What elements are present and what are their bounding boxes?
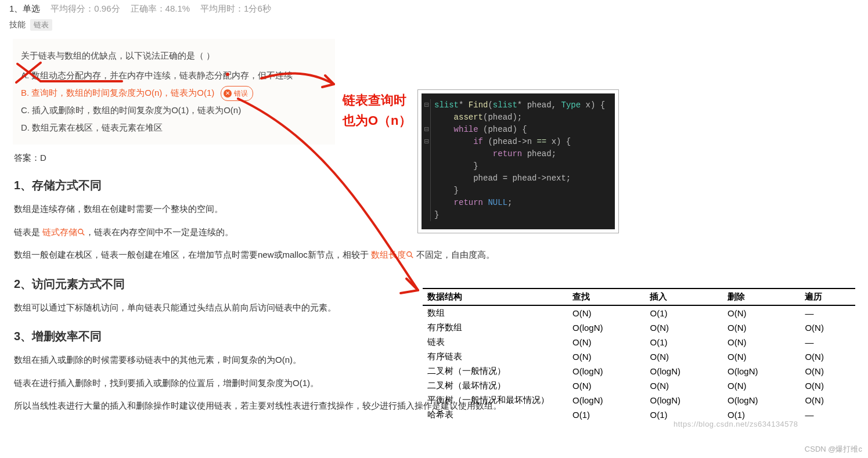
skill-tag[interactable]: 链表 [30, 19, 52, 31]
table-cell: — [800, 305, 855, 320]
text: 数组一般创建在栈区，链表一般创建在堆区，在增加节点时需要new或malloc新节… [14, 250, 371, 259]
table-cell: O(N) [568, 349, 645, 364]
table-cell: O(N) [723, 335, 800, 349]
table-cell: 有序链表 [423, 349, 568, 364]
table-row: 链表O(N)O(1)O(N)— [423, 335, 855, 349]
table-cell: O(N) [723, 320, 800, 335]
page-watermark: CSDN @爆打维c [805, 444, 862, 455]
option-b-text: B. 查询时，数组的时间复杂度为O(n)，链表为O(1) [21, 88, 214, 98]
table-cell: O(logN) [568, 364, 645, 378]
close-icon: ✕ [224, 89, 232, 98]
table-cell: O(1) [645, 305, 722, 320]
th-traverse: 遍历 [800, 288, 855, 305]
svg-line-1 [82, 233, 85, 235]
skill-row: 技能 链表 [0, 15, 868, 35]
option-a[interactable]: A. 数组动态分配内存，并在内存中连续，链表静态分配内存，但不连续 [16, 67, 327, 84]
table-cell: O(N) [568, 378, 645, 393]
table-row: 数组O(N)O(1)O(N)— [423, 305, 855, 320]
table-cell: O(logN) [645, 364, 722, 378]
question-stem: 关于链表与数组的优缺点，以下说法正确的是（ ） [16, 47, 327, 64]
table-cell: O(logN) [645, 393, 722, 407]
correct-rate: 正确率：48.1% [131, 3, 190, 15]
table-row: 二叉树（一般情况）O(logN)O(logN)O(logN)O(N) [423, 364, 855, 378]
table-cell: O(N) [568, 335, 645, 349]
th-search: 查找 [568, 288, 645, 305]
handwritten-annotation: 链表查询时 也为O（n） [343, 90, 412, 131]
option-b[interactable]: B. 查询时，数组的时间复杂度为O(n)，链表为O(1) ✕ 错误 [16, 84, 327, 102]
th-delete: 删除 [723, 288, 800, 305]
avg-time: 平均用时：1分6秒 [200, 3, 271, 15]
table-row: 有序数组O(logN)O(N)O(N)O(N) [423, 320, 855, 335]
search-icon[interactable] [406, 251, 414, 259]
code-snippet: ⊟slist* Find(slist* phead, Type x) { ass… [418, 90, 618, 233]
table-cell: O(N) [645, 378, 722, 393]
table-cell: O(N) [723, 305, 800, 320]
avg-score: 平均得分：0.96分 [51, 3, 120, 15]
table-row: 哈希表O(1)O(1)O(1)— [423, 407, 855, 422]
text: 链表是 [14, 227, 42, 237]
table-cell: — [800, 407, 855, 422]
table-cell: 数组 [423, 305, 568, 320]
table-cell: O(N) [723, 378, 800, 393]
table-cell: O(N) [800, 349, 855, 364]
table-cell: O(logN) [568, 393, 645, 407]
question-number: 1、单选 [9, 3, 40, 15]
para-storage-3: 数组一般创建在栈区，链表一般创建在堆区，在增加节点时需要new或malloc新节… [14, 247, 868, 262]
svg-point-2 [407, 252, 412, 257]
table-cell: O(logN) [568, 320, 645, 335]
table-cell: O(1) [645, 335, 722, 349]
table-cell: 有序数组 [423, 320, 568, 335]
table-cell: O(N) [568, 305, 645, 320]
table-cell: 二叉树（一般情况） [423, 364, 568, 378]
question-header: 1、单选 平均得分：0.96分 正确率：48.1% 平均用时：1分6秒 [0, 0, 868, 15]
complexity-table: 数据结构 查找 插入 删除 遍历 数组O(N)O(1)O(N)—有序数组O(lo… [423, 288, 855, 422]
table-cell: O(1) [568, 407, 645, 422]
table-row: 二叉树（最坏情况）O(N)O(N)O(N)O(N) [423, 378, 855, 393]
table-cell: O(N) [645, 320, 722, 335]
table-header-row: 数据结构 查找 插入 删除 遍历 [423, 288, 855, 305]
table-row: 平衡树（一般情况和最坏情况）O(logN)O(logN)O(logN)O(N) [423, 393, 855, 407]
table-cell: O(N) [800, 320, 855, 335]
table-cell: O(1) [723, 407, 800, 422]
annotation-line-1: 链表查询时 [343, 90, 412, 110]
table-cell: O(N) [800, 393, 855, 407]
svg-line-3 [411, 256, 413, 258]
table-cell: O(N) [723, 349, 800, 364]
table-cell: 哈希表 [423, 407, 568, 422]
table-cell: O(N) [645, 349, 722, 364]
table-cell: — [800, 335, 855, 349]
table-cell: O(1) [645, 407, 722, 422]
table-cell: 平衡树（一般情况和最坏情况） [423, 393, 568, 407]
link-chain-storage[interactable]: 链式存储 [42, 227, 77, 237]
th-structure: 数据结构 [423, 288, 568, 305]
svg-point-0 [78, 229, 83, 233]
table-cell: 链表 [423, 335, 568, 349]
table-row: 有序链表O(N)O(N)O(N)O(N) [423, 349, 855, 364]
option-d[interactable]: D. 数组元素在栈区，链表元素在堆区 [16, 119, 327, 136]
annotation-line-2: 也为O（n） [343, 110, 412, 131]
search-icon[interactable] [77, 228, 85, 236]
table-cell: O(logN) [723, 364, 800, 378]
text: ，链表在内存空间中不一定是连续的。 [85, 227, 233, 237]
table-body: 数组O(N)O(1)O(N)—有序数组O(logN)O(N)O(N)O(N)链表… [423, 305, 855, 422]
link-array-length[interactable]: 数组长度 [371, 250, 406, 259]
wrong-badge-text: 错误 [234, 86, 248, 100]
skill-label: 技能 [9, 20, 26, 30]
table-cell: 二叉树（最坏情况） [423, 378, 568, 393]
table-cell: O(N) [800, 364, 855, 378]
question-box: 关于链表与数组的优缺点，以下说法正确的是（ ） A. 数组动态分配内存，并在内存… [13, 39, 335, 145]
table-cell: O(N) [800, 378, 855, 393]
text: 不固定，自由度高。 [414, 250, 495, 259]
wrong-badge: ✕ 错误 [221, 86, 253, 101]
th-insert: 插入 [645, 288, 722, 305]
table-cell: O(logN) [723, 393, 800, 407]
option-c[interactable]: C. 插入或删除时，数组的时间复杂度为O(1)，链表为O(n) [16, 102, 327, 119]
